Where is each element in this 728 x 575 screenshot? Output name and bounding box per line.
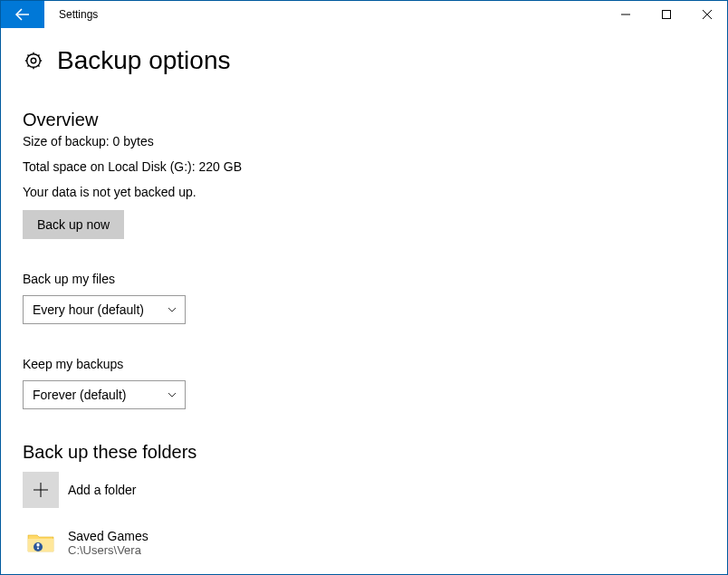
close-icon (703, 10, 712, 19)
gear-icon (23, 50, 44, 72)
folder-name: Saved Games (68, 529, 148, 543)
page-header: Backup options (23, 46, 705, 75)
close-button[interactable] (686, 1, 727, 28)
window-titlebar: Settings (1, 1, 727, 28)
minimize-icon (621, 10, 630, 19)
svg-point-5 (37, 547, 39, 549)
svg-rect-0 (662, 11, 670, 19)
folders-heading: Back up these folders (23, 442, 705, 463)
retention-dropdown[interactable]: Forever (default) (23, 380, 186, 409)
back-arrow-icon (14, 6, 31, 23)
maximize-icon (662, 10, 671, 19)
backup-size-line: Size of backup: 0 bytes (23, 134, 705, 149)
folder-item[interactable]: Saved Games C:\Users\Vera (23, 524, 705, 561)
chevron-down-icon (167, 389, 177, 400)
frequency-label: Back up my files (23, 272, 705, 286)
plus-tile (23, 472, 59, 508)
svg-point-1 (31, 58, 36, 63)
add-folder-button[interactable]: Add a folder (23, 472, 705, 508)
minimize-button[interactable] (605, 1, 646, 28)
folder-path: C:\Users\Vera (68, 543, 148, 557)
back-button[interactable] (1, 1, 44, 28)
svg-point-2 (27, 54, 41, 68)
folder-icon (23, 524, 59, 561)
retention-label: Keep my backups (23, 357, 705, 371)
page-title: Backup options (57, 46, 230, 75)
chevron-down-icon (167, 304, 177, 315)
retention-selected: Forever (default) (33, 388, 126, 402)
frequency-dropdown[interactable]: Every hour (default) (23, 295, 186, 324)
content-area: Backup options Overview Size of backup: … (1, 28, 727, 575)
total-space-line: Total space on Local Disk (G:): 220 GB (23, 159, 705, 174)
svg-rect-4 (37, 543, 40, 547)
add-folder-label: Add a folder (68, 483, 137, 497)
backup-now-button[interactable]: Back up now (23, 210, 124, 239)
maximize-button[interactable] (646, 1, 686, 28)
window-title: Settings (44, 1, 605, 28)
overview-heading: Overview (23, 110, 705, 130)
frequency-selected: Every hour (default) (33, 302, 144, 317)
plus-icon (32, 481, 50, 499)
backup-status-line: Your data is not yet backed up. (23, 185, 705, 199)
window-controls (605, 1, 727, 28)
